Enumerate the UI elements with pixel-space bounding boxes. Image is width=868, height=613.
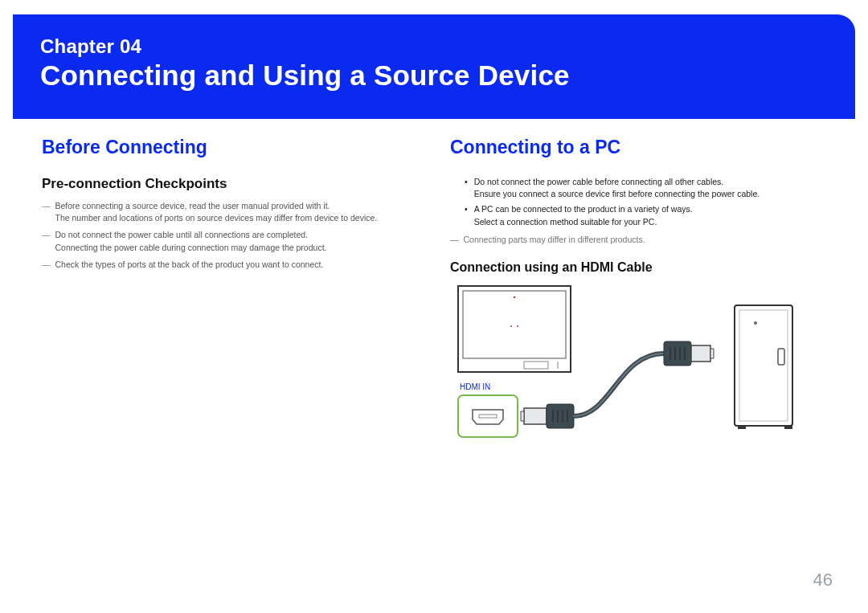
svg-rect-8: [479, 415, 497, 418]
content-area: Before Connecting Pre-connection Checkpo…: [13, 119, 855, 454]
dash-icon: ―: [450, 235, 459, 244]
bullet-line1: A PC can be connected to the product in …: [474, 204, 693, 214]
bullet-text: A PC can be connected to the product in …: [474, 203, 826, 227]
svg-rect-1: [463, 291, 566, 358]
checkpoint-line2: Connecting the power cable during connec…: [55, 242, 419, 254]
checkpoint-list: ― Before connecting a source device, rea…: [42, 200, 418, 271]
chapter-banner: Chapter 04 Connecting and Using a Source…: [13, 14, 855, 119]
checkpoint-item: ― Do not connect the power cable until a…: [42, 229, 418, 253]
checkpoint-line1: Before connecting a source device, read …: [55, 201, 330, 210]
chapter-label: Chapter 04: [40, 35, 828, 58]
svg-rect-0: [458, 286, 571, 372]
note-line: ― Connecting parts may differ in differe…: [450, 235, 826, 244]
hdmi-port-icon: [458, 395, 518, 437]
svg-rect-23: [738, 426, 746, 429]
checkpoint-text: Do not connect the power cable until all…: [55, 229, 419, 253]
subheading-hdmi-connection: Connection using an HDMI Cable: [450, 260, 826, 275]
bullet-line2: Ensure you connect a source device first…: [474, 188, 826, 200]
bullet-line2: Select a connection method suitable for …: [474, 216, 826, 228]
svg-rect-19: [735, 305, 792, 426]
checkpoint-line2: The number and locations of ports on sou…: [55, 212, 419, 224]
dash-icon: ―: [42, 200, 51, 224]
svg-rect-14: [664, 341, 691, 366]
svg-point-4: [517, 325, 518, 327]
svg-rect-5: [524, 362, 548, 369]
page-number: 46: [813, 570, 833, 591]
dash-icon: ―: [42, 259, 51, 271]
hdmi-cable-icon: [574, 353, 664, 416]
checkpoint-item: ― Before connecting a source device, rea…: [42, 200, 418, 224]
bullet-text: Do not connect the power cable before co…: [474, 176, 826, 200]
bullet-line1: Do not connect the power cable before co…: [474, 177, 724, 186]
checkpoint-line1: Do not connect the power cable until all…: [55, 230, 309, 239]
checkpoint-item: ― Check the types of ports at the back o…: [42, 259, 418, 271]
subheading-preconnection-checkpoints: Pre-connection Checkpoints: [42, 176, 418, 192]
pc-bullet-item: • A PC can be connected to the product i…: [465, 203, 826, 227]
hdmi-in-label: HDMI IN: [460, 382, 490, 391]
right-column: Connecting to a PC • Do not connect the …: [450, 137, 826, 454]
note-text: Connecting parts may differ in different…: [464, 235, 645, 244]
pc-bullet-item: • Do not connect the power cable before …: [465, 176, 826, 200]
svg-rect-7: [458, 395, 518, 437]
chapter-title: Connecting and Using a Source Device: [40, 59, 828, 92]
checkpoint-line1: Check the types of ports at the back of …: [55, 260, 324, 269]
pc-bullet-list: • Do not connect the power cable before …: [450, 176, 826, 228]
page: Chapter 04 Connecting and Using a Source…: [0, 0, 868, 613]
hdmi-connector-left-icon: [521, 404, 574, 428]
svg-point-3: [510, 325, 512, 327]
svg-rect-24: [784, 426, 792, 429]
dash-icon: ―: [42, 229, 51, 253]
monitor-back-icon: [458, 286, 571, 372]
section-heading-connecting-to-pc: Connecting to a PC: [450, 137, 826, 158]
hdmi-connection-diagram: HDMI IN: [450, 281, 804, 454]
svg-rect-9: [547, 404, 574, 428]
diagram-svg: HDMI IN: [450, 281, 804, 454]
hdmi-connector-right-icon: [664, 341, 714, 366]
pc-tower-icon: [735, 305, 792, 429]
checkpoint-text: Before connecting a source device, read …: [55, 200, 419, 224]
bullet-icon: •: [465, 203, 468, 227]
left-column: Before Connecting Pre-connection Checkpo…: [42, 137, 418, 454]
bullet-icon: •: [465, 176, 468, 200]
svg-point-22: [754, 321, 757, 325]
section-heading-before-connecting: Before Connecting: [42, 137, 418, 158]
document-sheet: Chapter 04 Connecting and Using a Source…: [13, 14, 855, 599]
checkpoint-text: Check the types of ports at the back of …: [55, 259, 419, 271]
svg-point-2: [514, 296, 515, 298]
